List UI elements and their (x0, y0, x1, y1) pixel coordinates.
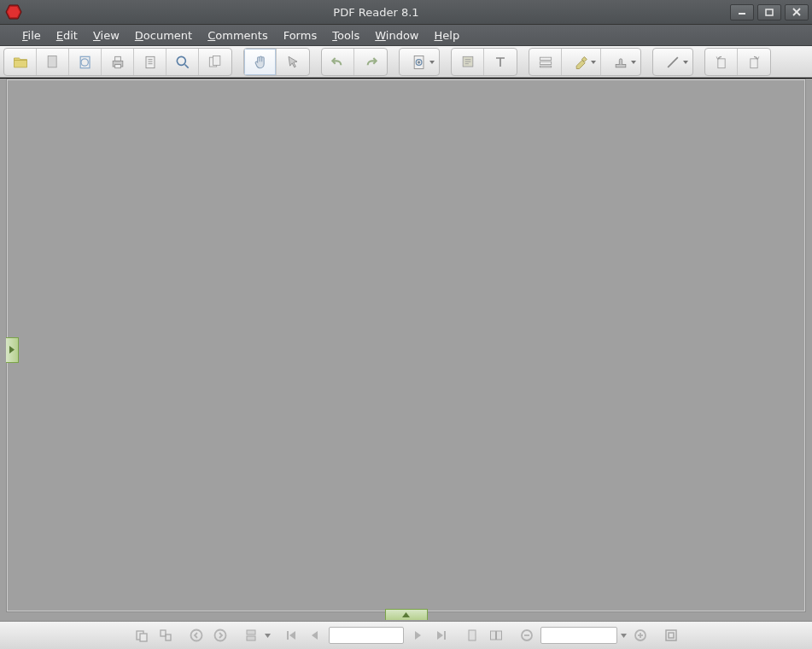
next-page-button[interactable] (407, 626, 428, 645)
menu-forms[interactable]: Forms (277, 26, 324, 45)
menu-view[interactable]: View (86, 26, 126, 45)
cursor-icon (284, 54, 301, 71)
single-page-icon[interactable] (462, 626, 482, 645)
svg-marker-1 (8, 7, 20, 17)
statusbar (0, 621, 812, 649)
combine-button[interactable] (69, 49, 102, 75)
undo-icon (330, 54, 347, 71)
svg-rect-3 (766, 9, 773, 15)
redo-button[interactable] (354, 49, 387, 75)
rot-cw-icon (745, 54, 762, 71)
undo-button[interactable] (322, 49, 354, 75)
svg-marker-45 (437, 631, 443, 640)
svg-rect-17 (213, 56, 220, 65)
menubar: FileEditViewDocumentCommentsFormsToolsWi… (0, 25, 812, 46)
menu-comments[interactable]: Comments (201, 26, 274, 45)
export-icon (142, 54, 159, 71)
zoom-in-button[interactable] (630, 626, 651, 645)
toolbar-group-comment (451, 48, 517, 76)
svg-rect-29 (751, 58, 757, 67)
open-button[interactable] (4, 49, 37, 75)
create-pdf-button[interactable] (37, 49, 69, 75)
form-field-button[interactable] (529, 49, 562, 75)
svg-rect-38 (247, 630, 255, 634)
bottompane-toggle[interactable] (385, 609, 428, 620)
sign-button[interactable] (400, 49, 439, 75)
redo-icon (362, 54, 379, 71)
close-button[interactable] (785, 4, 809, 20)
svg-rect-22 (540, 57, 551, 60)
maximize-button[interactable] (757, 4, 781, 20)
nav-back-button[interactable] (186, 626, 207, 645)
svg-point-14 (177, 56, 185, 65)
nav-forward-button[interactable] (210, 626, 231, 645)
svg-rect-56 (666, 630, 676, 640)
find-button[interactable] (166, 49, 199, 75)
rot-ccw-icon (713, 54, 730, 71)
svg-marker-31 (402, 612, 410, 617)
document-canvas[interactable] (6, 79, 806, 612)
svg-rect-13 (146, 56, 155, 67)
zoom-input[interactable] (540, 627, 617, 644)
svg-rect-23 (540, 61, 551, 64)
toolbar-group-file (3, 48, 232, 76)
first-page-button[interactable] (281, 626, 301, 645)
last-page-button[interactable] (431, 626, 452, 645)
organize-button[interactable] (199, 49, 231, 75)
svg-rect-33 (140, 634, 147, 641)
line-button[interactable] (653, 49, 692, 75)
page-number-input[interactable] (329, 627, 404, 644)
svg-rect-34 (161, 630, 166, 636)
view-mode-button[interactable] (241, 626, 261, 645)
rotate-ccw-button[interactable] (705, 49, 738, 75)
facing-page-icon[interactable] (486, 626, 506, 645)
menu-help[interactable]: Help (428, 26, 467, 45)
navpane-toggle[interactable] (6, 337, 19, 363)
svg-rect-35 (166, 634, 171, 640)
svg-marker-40 (265, 634, 271, 638)
svg-rect-46 (444, 631, 446, 640)
menu-window[interactable]: Window (368, 26, 425, 45)
paste-page-icon[interactable] (131, 626, 152, 645)
svg-point-37 (214, 630, 225, 641)
pages-icon (207, 54, 224, 71)
fullscreen-button[interactable] (661, 626, 681, 645)
menu-file[interactable]: File (15, 26, 48, 45)
export-button[interactable] (134, 49, 166, 75)
menu-document[interactable]: Document (128, 26, 199, 45)
svg-rect-6 (48, 56, 56, 67)
select-button[interactable] (277, 49, 309, 75)
main-toolbar (0, 46, 812, 78)
form-icon (537, 54, 554, 71)
svg-line-15 (184, 64, 188, 67)
window-titlebar: PDF Reader 8.1 (0, 0, 812, 25)
svg-rect-49 (496, 631, 501, 640)
menu-edit[interactable]: Edit (50, 26, 85, 45)
highlight-button[interactable] (562, 49, 601, 75)
menu-tools[interactable]: Tools (325, 26, 366, 45)
zoom-out-button[interactable] (517, 626, 537, 645)
svg-marker-42 (289, 631, 295, 640)
document-area (0, 78, 812, 621)
prev-page-button[interactable] (305, 626, 325, 645)
gear-doc-icon (411, 54, 428, 71)
toolbar-group-undo (321, 48, 388, 76)
page-plus-icon (44, 54, 61, 71)
window-title: PDF Reader 8.1 (22, 6, 730, 19)
page-options-icon[interactable] (155, 626, 176, 645)
toolbar-group-form (529, 48, 641, 76)
note-button[interactable] (452, 49, 484, 75)
svg-rect-26 (616, 64, 626, 67)
chevron-down-icon[interactable] (621, 633, 627, 639)
stamp-button[interactable] (601, 49, 640, 75)
chevron-down-icon[interactable] (265, 633, 271, 639)
print-button[interactable] (102, 49, 134, 75)
stamp-icon (612, 54, 629, 71)
text-edit-button[interactable] (484, 49, 517, 75)
svg-rect-24 (540, 66, 551, 67)
toolbar-group-nav-tools (243, 48, 310, 76)
rotate-cw-button[interactable] (738, 49, 770, 75)
minimize-button[interactable] (730, 4, 754, 20)
svg-rect-57 (669, 633, 674, 638)
hand-button[interactable] (244, 49, 277, 75)
